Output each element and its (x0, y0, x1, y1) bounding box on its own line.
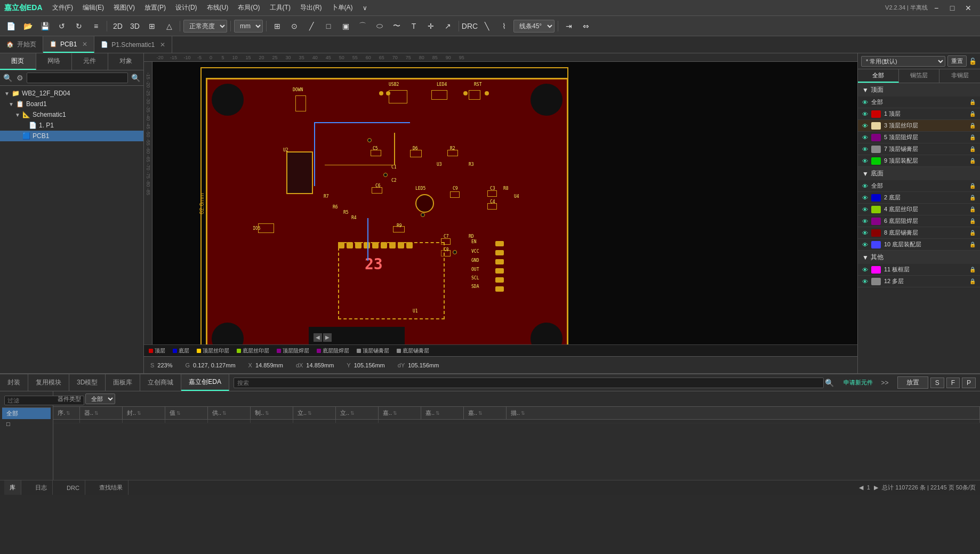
comp-row-1[interactable] (53, 420, 980, 423)
tab-schematic-close-icon[interactable]: ✕ (160, 41, 165, 49)
menu-export[interactable]: 导出(R) (296, 2, 326, 13)
layer-chip-bottom-mask[interactable]: 底层阻焊层 (314, 347, 352, 355)
poly-btn[interactable]: ▣ (338, 19, 353, 33)
bottom-tab-reuse[interactable]: 复用模块 (28, 374, 69, 391)
left-search-filter-btn[interactable]: 🔍 (2, 73, 13, 83)
layer-filter-all[interactable]: 全部 (858, 69, 899, 83)
circle-btn[interactable]: ⊙ (287, 19, 302, 33)
bottom-tab-footprint[interactable]: 封装 (0, 374, 28, 391)
comp-item-placeholder[interactable]: □ (2, 419, 51, 429)
lock-layer3[interactable]: 🔒 (969, 123, 976, 129)
more-btn[interactable]: >> (881, 379, 889, 387)
save-file-btn[interactable]: 💾 (37, 19, 52, 33)
status-tab-library[interactable]: 库 (4, 480, 21, 495)
angle-select[interactable]: 线条45° (513, 20, 555, 33)
tree-item-pcb1[interactable]: ▶ 🟦 PCB1 (0, 131, 143, 141)
grid-btn[interactable]: ⊞ (270, 19, 285, 33)
layer-row-layer8[interactable]: 👁 8 底层锡膏层 🔒 (858, 227, 980, 239)
align-btn[interactable]: ⇥ (561, 19, 576, 33)
eye-layer11[interactable]: 👁 (862, 267, 868, 273)
layer-reset-btn[interactable]: 重置 (947, 55, 967, 67)
eye-layer7[interactable]: 👁 (862, 146, 868, 152)
comp-type-select[interactable]: 全部 (85, 394, 115, 404)
bottom-tab-panel[interactable]: 面板库 (106, 374, 140, 391)
lock-bottom-all[interactable]: 🔒 (969, 183, 976, 189)
lock-layer7[interactable]: 🔒 (969, 146, 976, 152)
menu-more[interactable]: ∨ (358, 3, 372, 13)
layer-chip-top[interactable]: 顶层 (146, 347, 168, 355)
angle-btn[interactable]: ⌇ (496, 19, 511, 33)
open-file-btn[interactable]: 📂 (20, 19, 35, 33)
eye-layer9[interactable]: 👁 (862, 158, 868, 164)
layer-chip-bottom[interactable]: 底层 (170, 347, 192, 355)
window-maximize[interactable]: □ (945, 1, 960, 15)
layer-group-top-header[interactable]: ▼ 顶面 (858, 83, 980, 97)
layer-chip-bottom-paste[interactable]: 底层锡膏层 (394, 347, 432, 355)
pagination-nav-last[interactable]: ▶ (872, 484, 880, 491)
rule-btn[interactable]: ╲ (479, 19, 494, 33)
bottom-tab-3d[interactable]: 3D模型 (69, 374, 106, 391)
menu-edit[interactable]: 编辑(E) (78, 2, 108, 13)
menu-file[interactable]: 文件(F) (48, 2, 77, 13)
eye-layer4[interactable]: 👁 (862, 206, 868, 213)
new-file-btn[interactable]: 📄 (3, 19, 18, 33)
th-footprint[interactable]: 封.. ⇅ (123, 407, 165, 419)
layer-row-layer12[interactable]: 👁 12 多层 🔒 (858, 276, 980, 287)
th-mfr[interactable]: 制.. ⇅ (251, 407, 293, 419)
f-btn[interactable]: F (946, 378, 960, 388)
layer-filter-copper[interactable]: 铜箔层 (899, 69, 940, 83)
layer-row-bottom-all[interactable]: 👁 全部 🔒 (858, 180, 980, 192)
layer-group-other-header[interactable]: ▼ 其他 (858, 251, 980, 264)
eye-layer2[interactable]: 👁 (862, 195, 868, 201)
pcb-canvas[interactable]: DOWN USB2 LED4 RST U2 (152, 62, 857, 344)
window-minimize[interactable]: − (929, 1, 944, 15)
s-btn[interactable]: S (930, 378, 944, 388)
request-new-part-link[interactable]: 申请新元件 (844, 379, 873, 387)
eye-layer3[interactable]: 👁 (862, 123, 868, 129)
left-tab-pages[interactable]: 图页 (0, 53, 36, 70)
th-supplier[interactable]: 供.. ⇅ (208, 407, 251, 419)
curve-btn[interactable]: 〜 (389, 19, 404, 33)
tree-item-board[interactable]: ▼ 📋 Board1 (0, 99, 143, 109)
tree-item-project[interactable]: ▼ 📁 WB2_12F_RD04 (0, 88, 143, 99)
th-comp[interactable]: 器.. ⇅ (80, 407, 123, 419)
undo-btn[interactable]: ↺ (54, 19, 69, 33)
bottom-tab-mall[interactable]: 立创商城 (140, 374, 181, 391)
unit-select[interactable]: mm (234, 20, 263, 33)
layer-row-layer11[interactable]: 👁 11 板框层 🔒 (858, 264, 980, 276)
lock-layer5[interactable]: 🔒 (969, 134, 976, 140)
component-list-btn[interactable]: ≡ (89, 19, 103, 33)
layer-row-layer2[interactable]: 👁 2 底层 🔒 (858, 192, 980, 204)
pcb-board[interactable]: DOWN USB2 LED4 RST U2 (206, 78, 568, 344)
bottom-tab-jlceda[interactable]: 嘉立创EDA (181, 374, 229, 391)
window-close[interactable]: ✕ (961, 1, 976, 15)
lock-layer6[interactable]: 🔒 (969, 218, 976, 224)
ellipse-btn[interactable]: ⬭ (372, 19, 387, 33)
lock-layer4[interactable]: 🔒 (969, 206, 976, 212)
left-tab-objects[interactable]: 对象 (108, 53, 144, 70)
view-2d-btn[interactable]: 2D (110, 19, 125, 33)
layer-row-layer1[interactable]: 👁 1 顶层 🔒 (858, 108, 980, 120)
menu-layout[interactable]: 布局(O) (234, 2, 264, 13)
lock-layer12[interactable]: 🔒 (969, 278, 976, 284)
eye-layer8[interactable]: 👁 (862, 230, 868, 236)
th-jlc2[interactable]: 立.. ⇅ (336, 407, 379, 419)
menu-route[interactable]: 布线(U) (203, 2, 233, 13)
th-desc[interactable]: 描.. ⇅ (507, 407, 980, 419)
lock-layer9[interactable]: 🔒 (969, 158, 976, 164)
layer-group-bottom-header[interactable]: ▼ 底面 (858, 167, 980, 180)
eye-layer6[interactable]: 👁 (862, 218, 868, 224)
place-btn[interactable]: 放置 (897, 376, 928, 389)
drc-btn[interactable]: DRC (462, 19, 477, 33)
th-jia3[interactable]: 嘉.. ⇅ (464, 407, 507, 419)
view-3d-btn[interactable]: 3D (127, 19, 142, 33)
eye-bottom-all[interactable]: 👁 (862, 183, 868, 189)
layer-chip-top-silk[interactable]: 顶层丝印层 (194, 347, 232, 355)
layer-chip-top-mask[interactable]: 顶层阻焊层 (274, 347, 312, 355)
p-btn[interactable]: P (962, 378, 976, 388)
tab-schematic[interactable]: 📄 P1.Schematic1 ✕ (94, 36, 172, 53)
right-panel-lock[interactable]: 🔓 (969, 58, 977, 65)
menu-bom[interactable]: 卜单(A) (327, 2, 357, 13)
layer-row-layer5[interactable]: 👁 5 顶层阻焊层 🔒 (858, 132, 980, 143)
layer-row-layer10[interactable]: 👁 10 底层装配层 🔒 (858, 239, 980, 251)
